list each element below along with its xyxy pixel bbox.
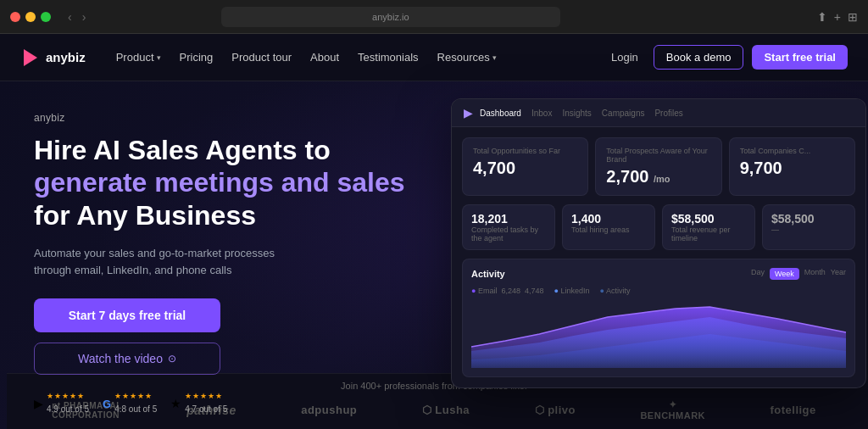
start-trial-hero-button[interactable]: Start 7 days free trial xyxy=(34,298,220,332)
activity-tab-month[interactable]: Month xyxy=(804,268,826,280)
rating-item-2: G ★★★★★ 4.8 out of 5 xyxy=(103,392,157,415)
activity-tabs: Day Week Month Year xyxy=(751,268,846,280)
mid-val-3: $58,500 xyxy=(671,212,746,226)
dashboard-tabs: Dashboard Inbox Insights Campaigns Profi… xyxy=(480,109,683,118)
logo[interactable]: anybiz xyxy=(20,47,86,68)
grid-icon[interactable]: ⊞ xyxy=(848,10,858,24)
mid-val-4: $58,500 xyxy=(771,212,846,226)
stats-row: Total Opportunities so Far 4,700 Total P… xyxy=(462,137,855,196)
watch-video-label: Watch the video xyxy=(78,352,163,365)
dash-tab-inbox[interactable]: Inbox xyxy=(531,109,552,118)
browser-actions: ⬆ + ⊞ xyxy=(817,10,858,24)
stat-label-3: Total Companies C... xyxy=(740,147,844,155)
add-tab-icon[interactable]: + xyxy=(834,10,841,24)
mid-label-2: Total hiring areas xyxy=(571,226,646,234)
mid-val-1: 18,201 xyxy=(471,212,546,226)
hero-title-line3: for Any Business xyxy=(34,199,424,231)
nav-product[interactable]: Product ▾ xyxy=(109,47,168,67)
mid-val-2: 1,400 xyxy=(571,212,646,226)
stat-card-prospects: Total Prospects Aware of Your Brand 2,70… xyxy=(595,137,721,196)
dash-tab-insights[interactable]: Insights xyxy=(562,109,591,118)
start-trial-button[interactable]: Start free trial xyxy=(752,45,848,70)
brand-label: anybiz xyxy=(34,112,424,124)
nav-product-tour-label: Product tour xyxy=(231,51,292,64)
mid-card-revenue: $58,500 Total revenue per timeline xyxy=(662,204,755,250)
ratings: ▶ ★★★★★ 4.9 out of 5 G ★★★★★ 4.8 out of … xyxy=(34,392,424,415)
legend-anthony: ● Activity xyxy=(599,287,630,295)
dash-tab-profiles[interactable]: Profiles xyxy=(654,109,682,118)
mid-card-extra: $58,500 — xyxy=(762,204,855,250)
browser-chrome: ‹ › anybiz.io ⬆ + ⊞ xyxy=(0,0,868,34)
close-button[interactable] xyxy=(10,12,20,22)
book-demo-button[interactable]: Book a demo xyxy=(654,45,744,70)
nav-pricing-label: Pricing xyxy=(180,51,214,64)
dashboard-body: Total Opportunities so Far 4,700 Total P… xyxy=(452,127,865,387)
traffic-lights xyxy=(10,12,51,22)
dashboard-header: ▶ Dashboard Inbox Insights Campaigns Pro… xyxy=(452,99,865,127)
rating-score-2: 4.8 out of 5 xyxy=(114,404,157,414)
play-circle-icon: ⊙ xyxy=(168,353,176,365)
activity-tab-year[interactable]: Year xyxy=(831,268,846,280)
dash-tab-dashboard[interactable]: Dashboard xyxy=(480,109,521,118)
nav-testimonials-label: Testimonials xyxy=(358,51,419,64)
nav-links: Product ▾ Pricing Product tour About Tes… xyxy=(109,47,604,67)
activity-tab-day[interactable]: Day xyxy=(751,268,765,280)
share-icon[interactable]: ⬆ xyxy=(817,10,827,24)
stars-2: ★★★★★ xyxy=(114,392,157,400)
dash-tab-campaigns[interactable]: Campaigns xyxy=(602,109,645,118)
dash-logo-icon: ▶ xyxy=(464,106,473,120)
nav-testimonials[interactable]: Testimonials xyxy=(351,47,426,67)
mid-stats-row: 18,201 Completed tasks by the agent 1,40… xyxy=(462,204,855,250)
activity-section: Activity Day Week Month Year ● Email xyxy=(462,259,855,377)
nav-product-tour[interactable]: Product tour xyxy=(225,47,298,67)
back-button[interactable]: ‹ xyxy=(64,8,75,25)
stat-value-1: 4,700 xyxy=(473,159,577,178)
rating-item-1: ▶ ★★★★★ 4.9 out of 5 xyxy=(34,392,89,415)
mid-label-1: Completed tasks by the agent xyxy=(471,226,546,242)
mid-label-4: — xyxy=(771,226,846,234)
chart-area xyxy=(471,300,846,368)
mid-label-3: Total revenue per timeline xyxy=(671,226,746,242)
hero-title: Hire AI Sales Agents to generate meeting… xyxy=(34,134,424,231)
browser-nav: ‹ › xyxy=(64,8,89,25)
rating-score-3: 4.7 out of 5 xyxy=(185,404,227,414)
forward-button[interactable]: › xyxy=(79,8,90,25)
stat-value-3: 9,700 xyxy=(740,159,844,178)
hero-right: ▶ Dashboard Inbox Insights Campaigns Pro… xyxy=(451,90,868,429)
hero-subtitle: Automate your sales and go-to-market pro… xyxy=(34,245,305,278)
fullscreen-button[interactable] xyxy=(41,12,51,22)
stat-card-companies: Total Companies C... 9,700 xyxy=(729,137,855,196)
activity-tab-week[interactable]: Week xyxy=(770,268,799,280)
minimize-button[interactable] xyxy=(25,12,36,22)
svg-marker-0 xyxy=(24,49,37,66)
hero-left: anybiz Hire AI Sales Agents to generate … xyxy=(0,81,451,429)
activity-chart xyxy=(471,300,846,368)
hero-title-line1: Hire AI Sales Agents to xyxy=(34,134,424,166)
login-button[interactable]: Login xyxy=(604,47,645,67)
nav-about-label: About xyxy=(310,51,339,64)
nav-product-label: Product xyxy=(116,51,154,64)
stat-card-opportunities: Total Opportunities so Far 4,700 xyxy=(462,137,588,196)
nav-resources-label: Resources xyxy=(437,51,490,64)
nav-about[interactable]: About xyxy=(303,47,346,67)
legend-linkedin: ● LinkedIn xyxy=(554,287,590,295)
google-icon: G xyxy=(103,398,111,410)
stars-1: ★★★★★ xyxy=(47,392,89,400)
capterra-icon: ★ xyxy=(170,397,181,410)
logo-text: anybiz xyxy=(46,50,86,64)
nav-pricing[interactable]: Pricing xyxy=(173,47,220,67)
watch-video-button[interactable]: Watch the video ⊙ xyxy=(34,343,220,375)
address-bar[interactable]: anybiz.io xyxy=(221,7,560,27)
chart-legend: ● Email 6,248 4,748 ● LinkedIn ● Activit… xyxy=(471,287,846,295)
stat-value-2: 2,700 /mo xyxy=(606,167,710,187)
chevron-down-icon: ▾ xyxy=(157,53,161,62)
hero-title-line2: generate meetings and sales xyxy=(34,166,424,198)
stat-label-1: Total Opportunities so Far xyxy=(473,147,577,155)
navbar: anybiz Product ▾ Pricing Product tour Ab… xyxy=(0,34,868,81)
hero-section: anybiz Hire AI Sales Agents to generate … xyxy=(0,81,868,429)
nav-resources[interactable]: Resources ▾ xyxy=(431,47,504,67)
mid-card-tasks: 18,201 Completed tasks by the agent xyxy=(462,204,555,250)
url-text: anybiz.io xyxy=(372,12,409,22)
stat-sub-2: /mo xyxy=(654,174,670,184)
rating-score-1: 4.9 out of 5 xyxy=(47,404,89,414)
